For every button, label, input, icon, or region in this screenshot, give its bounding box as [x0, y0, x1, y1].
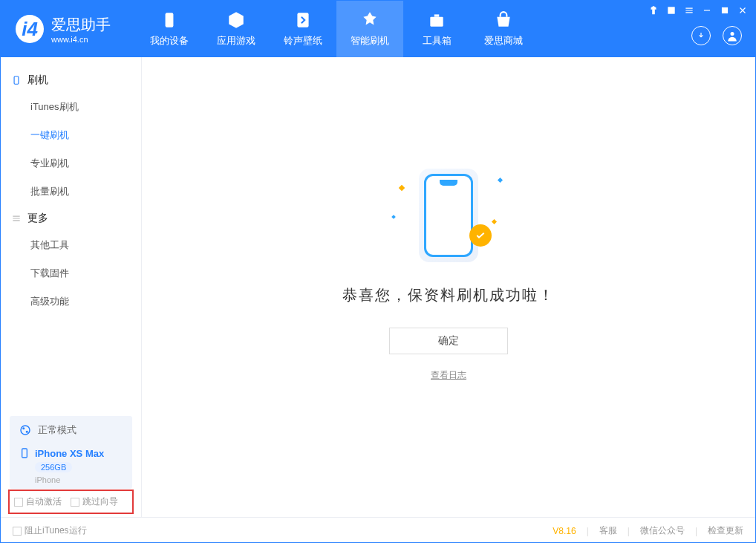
footer-link-update[interactable]: 检查更新: [708, 524, 743, 537]
mode-card[interactable]: 正常模式: [10, 416, 132, 444]
sidebar-item-pro[interactable]: 专业刷机: [1, 149, 141, 178]
cube-icon[interactable]: [666, 5, 677, 16]
version-label: V8.16: [553, 526, 576, 536]
header: i4 爱思助手 www.i4.cn 我的设备 应用游戏 铃声壁纸 智能刷机 工具…: [1, 1, 755, 57]
sidebar-item-oneclick[interactable]: 一键刷机: [1, 121, 141, 149]
success-message: 恭喜您，保资料刷机成功啦！: [342, 285, 555, 305]
logo-icon: i4: [16, 15, 44, 43]
svg-rect-2: [166, 13, 174, 27]
navtabs: 我的设备 应用游戏 铃声壁纸 智能刷机 工具箱 爱思商城: [136, 1, 537, 57]
navtab-ringtone[interactable]: 铃声壁纸: [270, 1, 336, 57]
navtab-label: 爱思商城: [484, 34, 523, 48]
close-button[interactable]: [737, 5, 748, 16]
logo-area: i4 爱思助手 www.i4.cn: [1, 15, 126, 44]
check-icon: [469, 224, 492, 247]
sidebar-item-othertools[interactable]: 其他工具: [1, 231, 141, 259]
navtab-flash[interactable]: 智能刷机: [336, 1, 403, 57]
ok-button[interactable]: 确定: [389, 328, 508, 354]
sidebar-group-title: 刷机: [27, 74, 48, 87]
svg-rect-3: [297, 13, 308, 27]
navtab-label: 铃声壁纸: [284, 34, 322, 48]
svg-rect-11: [22, 449, 27, 458]
svg-point-8: [21, 426, 30, 435]
app-subtitle: www.i4.cn: [51, 35, 111, 44]
maximize-button[interactable]: [720, 5, 730, 16]
success-illustration: [397, 163, 501, 267]
checkbox-skip-guide[interactable]: 跳过向导: [71, 495, 118, 508]
svg-rect-4: [430, 17, 443, 27]
navtab-label: 我的设备: [150, 34, 189, 48]
navtab-store[interactable]: 爱思商城: [470, 1, 537, 57]
app-title: 爱思助手: [51, 15, 111, 35]
sidebar-item-batch[interactable]: 批量刷机: [1, 178, 141, 206]
sidebar-item-firmware[interactable]: 下载固件: [1, 259, 141, 287]
sidebar-group-title: 更多: [27, 212, 48, 225]
content-area: 恭喜您，保资料刷机成功啦！ 确定 查看日志: [142, 57, 755, 517]
download-button[interactable]: [691, 26, 711, 45]
device-capacity: 256GB: [35, 462, 72, 472]
svg-point-9: [22, 427, 25, 429]
navtab-label: 应用游戏: [217, 34, 255, 48]
checkbox-auto-activate[interactable]: 自动激活: [14, 495, 62, 508]
svg-rect-0: [668, 7, 674, 13]
footer: 阻止iTunes运行 V8.16 | 客服 | 微信公众号 | 检查更新: [1, 517, 755, 543]
checkbox-block-itunes[interactable]: 阻止iTunes运行: [13, 524, 87, 537]
minimize-button[interactable]: [702, 5, 712, 16]
footer-link-wechat[interactable]: 微信公众号: [640, 524, 685, 537]
sidebar-item-advanced[interactable]: 高级功能: [1, 287, 141, 316]
window-controls: [648, 5, 748, 16]
sidebar-group-flash: 刷机: [1, 68, 141, 93]
navtab-apps[interactable]: 应用游戏: [203, 1, 270, 57]
device-card[interactable]: iPhone XS Max 256GB iPhone: [10, 441, 132, 489]
option-checks: 自动激活 跳过向导: [8, 490, 134, 514]
footer-link-support[interactable]: 客服: [599, 524, 617, 537]
device-name: iPhone XS Max: [35, 448, 104, 459]
sidebar-item-itunes[interactable]: iTunes刷机: [1, 93, 141, 121]
svg-point-6: [731, 32, 734, 36]
navtab-label: 工具箱: [423, 34, 452, 48]
view-log-link[interactable]: 查看日志: [431, 369, 466, 382]
svg-point-10: [26, 431, 28, 433]
mode-label: 正常模式: [38, 423, 76, 437]
menu-icon[interactable]: [684, 5, 694, 16]
shirt-icon[interactable]: [648, 5, 659, 16]
navtab-toolbox[interactable]: 工具箱: [403, 1, 470, 57]
navtab-label: 智能刷机: [351, 34, 389, 48]
sidebar-group-more: 更多: [1, 206, 141, 231]
device-type: iPhone: [35, 475, 123, 484]
navtab-device[interactable]: 我的设备: [136, 1, 203, 57]
svg-rect-7: [14, 77, 19, 85]
user-button[interactable]: [723, 26, 742, 45]
header-right: [691, 26, 742, 45]
sidebar: 刷机 iTunes刷机 一键刷机 专业刷机 批量刷机 更多 其他工具 下载固件 …: [1, 57, 142, 517]
svg-rect-5: [434, 14, 440, 16]
svg-rect-1: [723, 8, 728, 13]
